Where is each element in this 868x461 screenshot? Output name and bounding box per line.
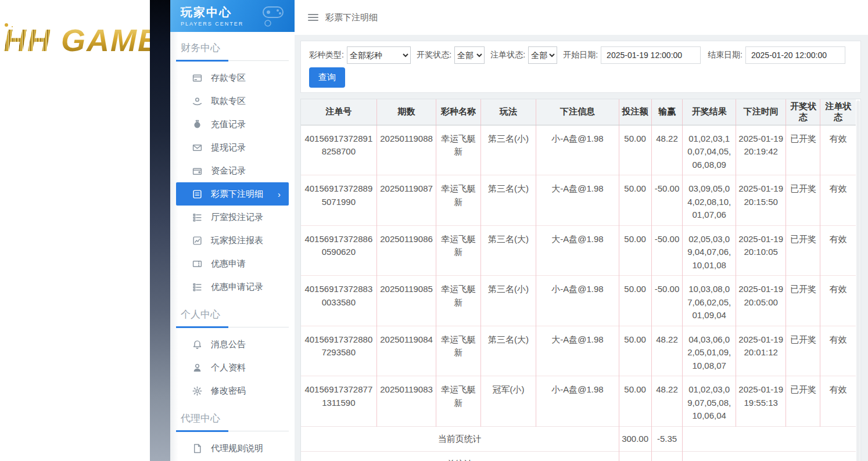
lottery-type-label: 彩种类型:	[309, 50, 344, 60]
table-row: 40156917372889507199020250119087幸运飞艇新第三名…	[301, 175, 856, 226]
cell-draw-result: 02,05,03,09,04,07,06,10,01,08	[683, 225, 736, 276]
cell-draw-result: 01,02,03,09,07,05,08,10,06,04	[683, 376, 736, 427]
main-area: 彩票下注明细 彩种类型: 全部彩种 开奖状态: 全部 注单状态: 全部 开始日期…	[295, 0, 868, 461]
sidebar-item-player-bet-report[interactable]: 玩家投注报表›	[176, 229, 289, 252]
col-header-order-status: 注单状态	[820, 99, 856, 125]
cell-draw-status: 已开奖	[786, 276, 820, 326]
sidebar-section-title: 代理中心	[181, 412, 284, 425]
cell-period: 20250119085	[376, 276, 436, 326]
money-bag-icon	[192, 120, 202, 129]
sidebar-item-label: 优惠申请	[211, 258, 246, 269]
page-layout: 玩家中心 PLAYERS CENTER 财务中心存款专区›取款专区›充值记录›提…	[150, 0, 868, 461]
col-header-draw-status: 开奖状态	[786, 99, 820, 125]
cell-bet-amount: 50.00	[619, 376, 651, 427]
cell-lottery-name: 幸运飞艇新	[436, 225, 480, 276]
sidebar-item-promo-apply-record[interactable]: 优惠申请记录›	[176, 275, 289, 298]
page-title: 彩票下注明细	[325, 12, 378, 23]
cell-bet-info: 大-A盘@1.98	[536, 225, 619, 276]
sidebar-item-promo-apply[interactable]: 优惠申请›	[176, 252, 289, 275]
cell-win-loss: -50.00	[651, 175, 683, 226]
sidebar-item-announcements[interactable]: 消息公告›	[176, 333, 289, 356]
cell-bet-time: 2025-01-19 19:55:13	[736, 376, 785, 427]
cell-order-no: 401569173728895071990	[301, 175, 376, 226]
cell-draw-result: 04,03,06,02,05,01,09,10,08,07	[683, 326, 736, 376]
draw-status-select[interactable]: 全部	[454, 46, 485, 64]
sidebar-header: 玩家中心 PLAYERS CENTER	[170, 0, 295, 32]
col-header-draw-result: 开奖结果	[683, 99, 736, 125]
sidebar-item-funds-record[interactable]: 资金记录›	[176, 159, 289, 182]
col-header-play-type: 玩法	[480, 99, 536, 125]
sidebar-item-label: 个人资料	[211, 362, 246, 373]
cell-win-loss: 48.22	[651, 125, 683, 175]
table-row: 40156917372886059062020250119086幸运飞艇新第三名…	[301, 225, 856, 276]
lottery-type-select[interactable]: 全部彩种	[347, 46, 411, 64]
list-bullets-icon	[192, 282, 202, 292]
cell-lottery-name: 幸运飞艇新	[436, 125, 480, 175]
sidebar-section-title: 个人中心	[181, 308, 284, 321]
table-header-row: 注单号期数彩种名称玩法下注信息投注额输赢开奖结果下注时间开奖状态注单状态	[301, 99, 856, 125]
chevron-right-icon: ›	[278, 189, 281, 199]
cell-order-status: 有效	[820, 175, 856, 226]
bet-table: 注单号期数彩种名称玩法下注信息投注额输赢开奖结果下注时间开奖状态注单状态 401…	[301, 99, 856, 461]
cell-win-loss: 48.22	[651, 326, 683, 376]
sidebar-item-deposit[interactable]: 存款专区›	[176, 66, 289, 89]
sidebar-item-label: 厅室投注记录	[211, 212, 263, 223]
cell-play-type: 第三名(大)	[480, 326, 536, 376]
cell-play-type: 第三名(大)	[480, 175, 536, 226]
table-row: 40156917372883003358020250119085幸运飞艇新第三名…	[301, 276, 856, 326]
summary-bet-amount: 300.00	[619, 452, 651, 461]
sidebar-item-lottery-bet-detail[interactable]: 彩票下注明细›	[176, 182, 289, 206]
col-header-order-no: 注单号	[301, 99, 376, 125]
topbar: 彩票下注明细	[295, 0, 868, 35]
cell-draw-result: 01,02,03,10,07,04,05,06,08,09	[683, 125, 736, 175]
table-scrollbar[interactable]	[856, 100, 860, 461]
summary-win-loss: -5.35	[651, 452, 683, 461]
cell-bet-time: 2025-01-19 20:01:12	[736, 326, 785, 376]
start-date-input[interactable]	[601, 46, 701, 64]
document-icon	[192, 444, 202, 453]
cell-bet-info: 小-A盘@1.98	[536, 276, 619, 326]
cell-period: 20250119086	[376, 225, 436, 276]
site-logo: HH GAME	[3, 22, 150, 71]
cell-lottery-name: 幸运飞艇新	[436, 326, 480, 376]
filter-panel: 彩种类型: 全部彩种 开奖状态: 全部 注单状态: 全部 开始日期: 结束日期:…	[300, 41, 861, 93]
sidebar-item-agent-rules[interactable]: 代理规则说明›	[176, 437, 289, 460]
sidebar-item-hall-bet-record[interactable]: 厅室投注记录›	[176, 206, 289, 229]
summary-row: 总统计300.00-5.35	[301, 452, 856, 461]
sidebar-item-withdraw[interactable]: 取款专区›	[176, 89, 289, 113]
bell-icon	[192, 340, 202, 350]
cell-period: 20250119088	[376, 125, 436, 175]
end-date-input[interactable]	[745, 46, 845, 64]
sidebar-item-withdrawal-record[interactable]: 提现记录›	[176, 136, 289, 159]
sidebar-item-label: 修改密码	[211, 386, 246, 397]
cell-order-no: 401569173728807293580	[301, 326, 376, 376]
left-gradient-strip	[150, 0, 170, 461]
logo-hh: HH	[3, 23, 51, 57]
sidebar-item-recharge-record[interactable]: 充值记录›	[176, 113, 289, 136]
col-header-bet-time: 下注时间	[736, 99, 785, 125]
order-status-select[interactable]: 全部	[528, 46, 557, 64]
sidebar-item-profile[interactable]: 个人资料›	[176, 356, 289, 379]
cell-bet-amount: 50.00	[619, 276, 651, 326]
cell-draw-result: 03,09,05,04,02,08,10,01,07,06	[683, 175, 736, 226]
cell-order-status: 有效	[820, 326, 856, 376]
bet-detail-list-icon	[192, 189, 202, 199]
sidebar-item-change-password[interactable]: 修改密码›	[176, 379, 289, 402]
wallet-icon	[192, 166, 202, 176]
summary-label: 当前页统计	[301, 426, 619, 452]
menu-toggle-icon[interactable]	[308, 14, 318, 21]
cell-bet-amount: 50.00	[619, 326, 651, 376]
table-row: 40156917372891825870020250119088幸运飞艇新第三名…	[301, 125, 856, 175]
deposit-card-icon	[192, 73, 202, 83]
search-button[interactable]: 查询	[309, 67, 345, 88]
cell-play-type: 冠军(小)	[480, 376, 536, 427]
list-bullets-icon	[192, 213, 202, 222]
sidebar-item-label: 取款专区	[211, 96, 246, 107]
table-row: 40156917372880729358020250119084幸运飞艇新第三名…	[301, 326, 856, 376]
sidebar-menu: 财务中心存款专区›取款专区›充值记录›提现记录›资金记录›彩票下注明细›厅室投注…	[170, 41, 295, 461]
sidebar-item-label: 消息公告	[211, 339, 246, 350]
summary-bet-amount: 300.00	[619, 426, 651, 452]
sidebar-item-label: 充值记录	[211, 119, 246, 130]
envelope-icon	[192, 143, 202, 153]
table-row: 40156917372877131159020250119083幸运飞艇新冠军(…	[301, 376, 856, 427]
